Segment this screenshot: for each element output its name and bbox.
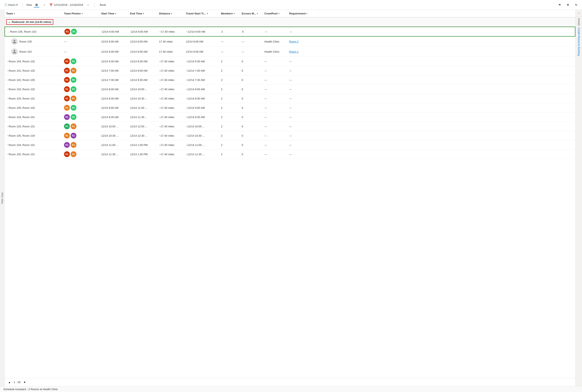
clock-icon: 🕐 [4,3,8,6]
end-time-cell: 12/14 1:00 PM [129,140,157,150]
requirement-cell: --- [287,103,318,112]
eye-button[interactable]: 👁 [556,2,563,8]
col-requirement[interactable]: Requirement ▾ [287,10,318,17]
expand-button[interactable]: › [6,69,9,72]
avatar: R1 [64,133,70,138]
start-time-cell: 12/14 9:30 AM [100,112,129,122]
avatar: R1 [64,86,70,92]
avatar: R1 [71,96,77,101]
col-team-photos[interactable]: Team Photos ▾ [62,10,100,17]
distance-cell: ~17.40 miles [157,85,184,94]
col-requirement-sort-icon: ▾ [306,12,307,15]
team-photos-cell: R1 R1 [62,103,100,112]
start-time-cell: 12/14 9:00 AM [100,103,129,112]
team-cell: › Room 105, Room 102 [5,103,62,112]
table-row: Room 102 --- 12/14 6:00 AM 12/14 8:00 AM… [5,47,575,57]
requirement-cell: --- [287,57,318,66]
table-container: Team ▾ Team Photos ▾ Start Time ▾ End Ti… [5,10,575,386]
team-name: Room 102, Room 101 [9,153,35,156]
requirement-cell: --- [287,94,318,103]
end-time-cell: 12/14 11:00 ... [129,103,157,112]
requirement-cell[interactable]: Room 2 [287,36,318,46]
end-time-cell: 12/14 10:00 ... [129,85,157,94]
book-button[interactable]: Book [98,2,108,7]
expand-button[interactable]: › [6,116,9,118]
group-label[interactable]: ⌄ Redmond: 24 min (14.91 miles) [6,19,53,25]
right-panel-toggle[interactable]: ‹ [575,10,582,16]
travel-start-cell: ~12/14 11:00 ... [184,140,219,150]
end-time-cell: 12/14 8:30 AM [129,57,157,66]
hours-button[interactable]: 🕐 Hours ▾ [3,2,20,7]
collapse-button[interactable]: ⌄ [7,30,10,33]
team-name: Room 103, Room 102 [9,88,35,91]
end-time-cell: 12/14 8:00 AM [129,36,157,46]
expand-button[interactable]: › [6,106,9,109]
col-requirement-label: Requirement [289,12,305,15]
team-name: Room 102 [20,50,32,53]
expand-button[interactable]: › [6,79,9,81]
expand-button[interactable]: › [6,144,9,146]
distance-cell: ~17.40 miles [157,112,184,122]
pagination: ▲ 1 - 30 ▼ [7,380,27,385]
grid-view-button[interactable]: ▦ [34,2,40,8]
end-time-cell: 12/14 12:00 ... [129,122,157,131]
bottom-bar: ▲ 1 - 30 ▼ [5,378,575,386]
travel-start-cell: ~12/14 8:00 AM [184,85,219,94]
team-cell: › Room 103, Room 101 [5,94,62,103]
page-prev-button[interactable]: ▲ [7,380,12,385]
expand-button[interactable]: › [6,97,9,100]
col-end-time[interactable]: End Time ▾ [129,10,157,17]
create-resource-label[interactable]: Create Resource Booking [577,28,580,56]
filter-view-panel[interactable]: Filter View [0,10,5,386]
expand-button[interactable]: › [6,60,9,62]
team-cell: Room 102 [5,47,62,56]
requirement-link[interactable]: Room 1 [289,50,299,53]
requirement-cell: --- [287,122,318,131]
requirement-cell[interactable]: Room 1 [287,47,318,56]
table-row: › Room 103, Room 102 R1 R1 12/14 8:00 AM… [5,85,575,94]
expand-button[interactable]: › [6,153,9,156]
col-team-photos-label: Team Photos [64,12,81,15]
excess-m-cell: 0 [240,112,263,122]
expand-button[interactable]: › [6,88,9,90]
end-time-cell: 12/14 11:30 ... [129,112,157,122]
end-time-cell: 12/14 12:30 ... [129,131,157,140]
expand-button[interactable]: › [6,125,9,128]
col-start-time[interactable]: Start Time ▾ [100,10,129,17]
settings-button[interactable]: ⚙ [565,2,571,8]
col-travel-start[interactable]: Travel Start Ti... ▾ [184,10,219,17]
col-crew-pool-label: Crew/Pool [264,12,278,15]
requirement-link[interactable]: Room 2 [289,40,299,43]
group-header-cell: ⌄ Redmond: 24 min (14.91 miles) [5,18,318,26]
col-distance[interactable]: Distance ▾ [157,10,184,17]
details-label[interactable]: Details [577,18,580,26]
refresh-button[interactable]: ↻ [573,2,579,8]
next-button[interactable]: › [85,2,91,8]
avatar: R1 [71,29,77,34]
requirement-cell: --- [287,75,318,84]
crew-pool-cell: --- [263,85,287,94]
eye-icon: 👁 [558,3,561,6]
col-distance-label: Distance [159,12,170,15]
team-name: Room 101, Room 102 [9,69,35,72]
page-next-button[interactable]: ▼ [22,380,27,385]
table-row: › Room 102, Room 101 R1 R1 12/14 11:30 .… [5,150,575,159]
team-name: Room 104, Room 101 [9,144,35,146]
prev-button[interactable]: ‹ [41,2,48,8]
filter-view-label: Filter View [1,192,4,204]
hours-dropdown-icon: ▾ [16,3,18,6]
col-excess-m[interactable]: Excess M... ▾ [240,10,263,17]
chevron-right-icon: › [88,3,88,6]
requirement-cell: --- [288,27,319,36]
crew-pool-cell: --- [263,140,287,150]
requirement-cell: --- [287,131,318,140]
col-crew-pool[interactable]: Crew/Pool ▾ [263,10,287,17]
avatar: R1 [64,142,70,148]
col-members[interactable]: Members ▾ [219,10,240,17]
table-row: › Room 104, Room 101 R1 R1 12/14 9:30 AM… [5,112,575,122]
col-team[interactable]: Team ▾ [5,10,62,17]
travel-start-cell: ~12/14 10:30 ... [184,131,219,140]
distance-cell: ~17.40 miles [157,140,184,150]
team-photos-cell: R1 R1 [62,75,100,84]
expand-button[interactable]: › [6,134,9,137]
